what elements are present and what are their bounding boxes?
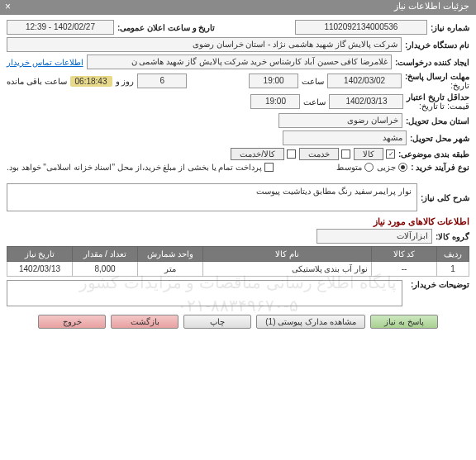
checkbox-checked-icon [386,149,395,159]
items-table: ردیف کد کالا نام کالا واحد شمارش تعداد /… [7,246,469,277]
class-kala-option: کالا [354,148,395,160]
buyer-notes [7,280,402,306]
respond-button[interactable]: پاسخ به نیاز [370,315,438,329]
exit-button[interactable]: خروج [38,315,106,329]
th-name: نام کالا [203,247,372,262]
print-button[interactable]: چاپ [183,315,251,329]
proc-partial-option: جزیی [377,163,407,172]
pay-note-check: پرداخت تمام یا بخشی از مبلغ خرید،از محل … [7,163,274,172]
buyer-label: نام دستگاه خریدار: [405,40,469,50]
province-label: استان محل تحویل: [406,116,469,126]
radio-checked-icon [398,163,407,172]
desc-value: نوار پرایمر سفید رنگ مطابق دیتاشیت پیوست [7,183,417,211]
th-row: ردیف [437,247,469,262]
window-title: جزئیات اطلاعات نیاز [394,1,469,12]
contact-link[interactable]: اطلاعات تماس خریدار [7,58,83,67]
checkbox-icon [341,149,350,159]
announce-label: تاریخ و ساعت اعلان عمومی: [117,23,215,32]
city-label: شهر محل تحویل: [410,134,469,143]
th-qty: تعداد / مقدار [73,247,138,262]
table-row: 1 -- نوار آب بندی پلاستیکی متر 8,000 140… [7,262,469,277]
province-value: خراسان رضوی [278,113,402,128]
days-remaining: 6 [137,74,187,88]
checkbox-icon [264,163,274,172]
th-code: کد کالا [372,247,437,262]
checkbox-icon [287,149,296,159]
back-button[interactable]: بازگشت [111,315,178,329]
need-no-label: شماره نیاز: [431,23,469,32]
content-area: شماره نیاز: 1102092134000536 تاریخ و ساع… [0,15,476,334]
validity-sub: قیمت: تا تاریخ: [407,102,469,111]
group-label: گروه کالا: [436,232,469,241]
validity-date: 1402/03/13 [329,94,403,109]
button-row: پاسخ به نیاز مشاهده مدارک پیوستی (1) چاپ… [7,315,469,329]
class-both-option: کالا/خدمت [231,148,296,160]
requester-label: ایجاد کننده درخواست: [395,58,469,67]
need-no-value: 1102092134000536 [295,20,427,35]
deadline-time: 19:00 [249,74,298,88]
notes-label: توضیحات خریدار: [411,280,469,289]
city-value: مشهد [283,130,407,145]
class-label: طبقه بندی موضوعی: [398,149,469,159]
class-service-option: خدمت [299,148,350,160]
validity-time: 19:00 [250,94,300,109]
requester-value: غلامرضا کافی حسین آباد کارشناس خرید شرکت… [87,55,393,69]
validity-label: حداقل تاریخ اعتبار [407,92,469,102]
attachments-button[interactable]: مشاهده مدارک پیوستی (1) [256,315,365,329]
deadline-sub: تاریخ: [405,81,469,90]
items-section-title: اطلاعات کالاهای مورد نیاز [7,216,469,227]
announce-value: 1402/02/27 - 12:39 [7,20,114,35]
radio-icon [364,163,374,172]
deadline-date: 1402/03/02 [327,74,402,88]
countdown-timer: 06:18:43 [70,76,112,87]
deadline-label: مهلت ارسال پاسخ: [405,72,469,81]
group-value: ابزارآلات [317,229,432,244]
desc-label: شرح کلی نیاز: [421,193,469,202]
buyer-value: شرکت پالایش گاز شهید هاشمی نژاد - استان … [7,37,402,52]
th-date: تاریخ نیاز [7,247,73,262]
th-unit: واحد شمارش [138,247,203,262]
details-window: جزئیات اطلاعات نیاز × پایگاه اطلاع رسانی… [0,0,476,460]
close-icon[interactable]: × [5,1,11,12]
proc-label: نوع فرآیند خرید : [411,163,469,172]
proc-medium-option: متوسط [336,163,374,172]
